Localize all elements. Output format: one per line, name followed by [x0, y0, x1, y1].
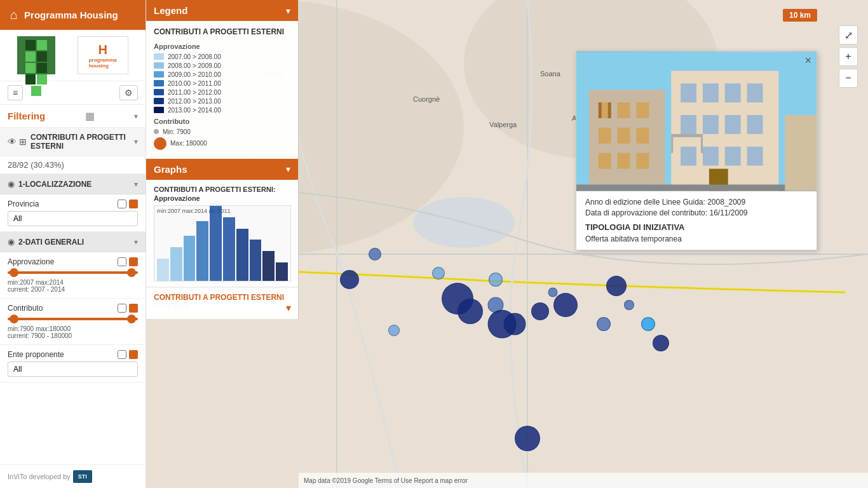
ente-proponente-checkbox[interactable]	[118, 350, 126, 359]
popup-close-btn[interactable]: ×	[804, 54, 811, 67]
section1-icon: ◉	[8, 179, 15, 189]
map-attribution: Map data ©2019 Google Terms of Use Repor…	[304, 477, 468, 484]
approvazione-slider-track[interactable]	[8, 271, 138, 274]
legend-min-label: Min: 7900	[163, 128, 191, 135]
bottom-legend-arrow[interactable]: ▾	[286, 302, 291, 314]
svg-rect-20	[618, 128, 630, 144]
section2-label: 2-DATI GENERALI	[18, 238, 134, 247]
provincia-checkbox[interactable]	[118, 200, 126, 208]
zoom-out-btn[interactable]: −	[839, 69, 858, 88]
map-marker-19[interactable]	[515, 426, 540, 451]
svg-rect-39	[747, 147, 763, 166]
svg-rect-23	[618, 153, 630, 169]
filtering-header[interactable]: Filtering ▦ ▾	[0, 105, 146, 128]
grid-icon[interactable]: ⊞	[19, 137, 27, 147]
map-marker-2[interactable]	[369, 248, 381, 261]
legend-item: 2013.00 > 2014.00	[154, 107, 290, 114]
contributo-label: Contributo	[8, 304, 138, 313]
legend-min-row: Min: 7900	[154, 128, 290, 135]
invito-text: InViTo developed by	[8, 473, 71, 480]
svg-rect-31	[747, 83, 763, 102]
approvazione-range	[8, 271, 138, 274]
svg-rect-28	[681, 83, 696, 102]
contributo-checkbox[interactable]	[118, 304, 126, 313]
chart-bar	[196, 221, 208, 281]
legend-swatch	[154, 107, 164, 113]
legend-item: 2012.00 > 2013.00	[154, 98, 290, 105]
map-marker-18[interactable]	[641, 317, 655, 331]
contributo-range	[8, 318, 138, 320]
approvazione-min-label: min:2007 max:2014	[8, 279, 138, 286]
invito-footer: InViTo developed by STI	[0, 464, 146, 488]
svg-rect-26	[608, 102, 611, 118]
chart-bar	[276, 262, 288, 281]
ente-proponente-select-wrap: All	[8, 362, 138, 377]
legend-item: 2008.00 > 2009.00	[154, 62, 290, 69]
map-marker-14[interactable]	[432, 267, 445, 280]
chart-bar	[236, 229, 248, 281]
section-dati-generali[interactable]: ◉ 2-DATI GENERALI ▾	[0, 232, 146, 252]
eye-icon[interactable]: 👁	[8, 137, 17, 147]
contributo-slider-track[interactable]	[8, 318, 138, 320]
legend-swatch	[154, 89, 164, 95]
map-marker-8[interactable]	[388, 325, 400, 336]
section1-label: 1-LOCALIZZAZIONE	[18, 180, 134, 189]
map-marker-13[interactable]	[488, 310, 517, 339]
section2-icon: ◉	[8, 237, 15, 247]
legend-header[interactable]: Legend ▾	[146, 0, 298, 21]
graph1-section: CONTRIBUTI A PROGETTI ESTERNI: Approvazi…	[146, 180, 298, 288]
approvazione-current-label: current: 2007 - 2014	[8, 286, 138, 293]
section2-arrow-icon[interactable]: ▾	[134, 238, 138, 247]
zoom-in-btn[interactable]: +	[839, 47, 858, 66]
svg-text:Cuorgnè: Cuorgnè	[413, 95, 440, 103]
legend-item-label: 2011.00 > 2012.00	[168, 89, 221, 96]
expand-map-btn[interactable]: ⤢	[839, 25, 858, 44]
info-popup: ×	[576, 51, 817, 250]
filtering-arrow-icon[interactable]: ▾	[134, 112, 138, 121]
approvazione-checkbox[interactable]	[118, 257, 126, 266]
section-localizzazione[interactable]: ◉ 1-LOCALIZZAZIONE ▾	[0, 174, 146, 194]
map-marker-5[interactable]	[458, 299, 483, 324]
map-marker-12[interactable]	[597, 317, 611, 331]
chart-icon[interactable]: ▦	[85, 110, 95, 122]
filtering-label: Filtering	[8, 111, 45, 121]
contributo-thumb-left[interactable]	[10, 315, 18, 323]
count-value: 28/92 (30.43%)	[8, 160, 64, 170]
legend-min-dot	[154, 129, 159, 134]
popup-anno: Anno di edizione delle Linee Guida: 2008…	[585, 198, 808, 207]
compagnia-logo: Compagniadi San Paolo	[17, 36, 55, 74]
legend-max-row: Max: 180000	[154, 137, 290, 150]
map-marker-1[interactable]	[340, 270, 359, 289]
map-marker-15[interactable]	[606, 276, 627, 296]
map-marker-9[interactable]	[531, 302, 549, 320]
scale-bar: 10 km	[783, 9, 817, 22]
map-marker-17[interactable]	[653, 335, 669, 351]
svg-rect-32	[681, 115, 696, 134]
home-icon[interactable]: ⌂	[10, 8, 18, 22]
bottom-legend-title: CONTRIBUTI A PROGETTI ESTERNI	[154, 293, 291, 302]
graphs-arrow-icon[interactable]: ▾	[286, 164, 290, 174]
layer-arrow-icon[interactable]: ▾	[134, 137, 138, 146]
map-marker-16[interactable]	[624, 300, 634, 310]
filter-tool-btn[interactable]: ≡	[8, 85, 23, 100]
map-marker-4[interactable]	[489, 273, 503, 287]
ente-proponente-select[interactable]: All	[8, 362, 138, 377]
svg-rect-18	[637, 102, 649, 118]
legend-arrow-icon[interactable]: ▾	[286, 6, 290, 16]
svg-rect-43	[671, 134, 703, 137]
popup-image	[576, 51, 817, 191]
map-marker-10[interactable]	[548, 288, 558, 297]
approvazione-thumb-left[interactable]	[10, 268, 18, 277]
contributo-current-label: current: 7900 - 180000	[8, 332, 138, 339]
legend-swatch	[154, 80, 164, 86]
layer-row[interactable]: 👁 ⊞ CONTRIBUTI A PROGETTI ESTERNI ▾	[0, 128, 146, 156]
map-area[interactable]: Locana Cuorgnè Soana Valperga Agliè Stra…	[146, 0, 868, 488]
settings-tool-btn[interactable]: ⚙	[119, 85, 138, 100]
approvazione-thumb-right[interactable]	[127, 268, 136, 277]
provincia-select[interactable]: All	[8, 211, 138, 226]
map-marker-11[interactable]	[553, 293, 578, 317]
contributo-thumb-right[interactable]	[127, 315, 136, 323]
section1-arrow-icon[interactable]: ▾	[134, 180, 138, 189]
popup-data: Data di approvazione del contributo: 16/…	[585, 208, 808, 217]
graphs-header[interactable]: Graphs ▾	[146, 159, 298, 180]
